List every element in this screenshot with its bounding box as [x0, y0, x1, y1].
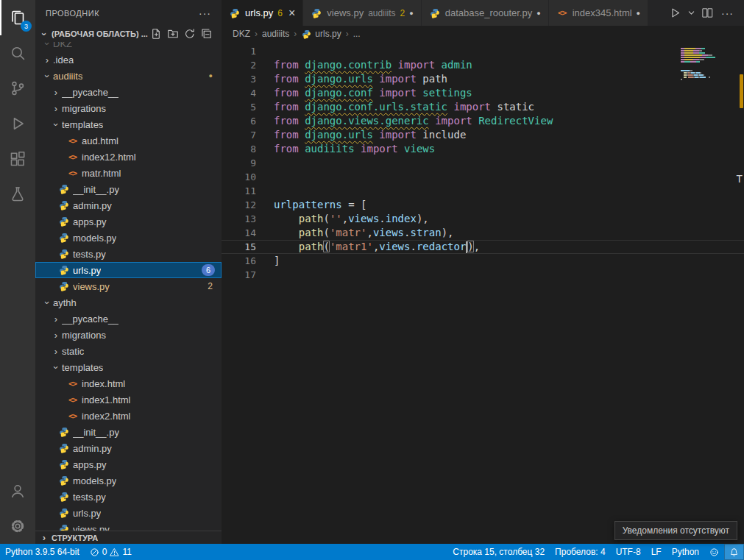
tree-item--pycache-[interactable]: ›__pycache__: [35, 311, 222, 327]
tree-item-index2-html[interactable]: <>index2.html: [35, 408, 222, 424]
minimap-segment: [681, 79, 682, 80]
problems-status[interactable]: 0 11: [85, 544, 137, 560]
tree-item-views-py[interactable]: views.py: [35, 521, 222, 531]
tree-item-label: __init__.py: [73, 427, 119, 438]
breadcrumb-item-more[interactable]: ...: [353, 29, 361, 39]
tree-item-index-html[interactable]: <>index.html: [35, 375, 222, 391]
tree-item-urls-py[interactable]: urls.py6: [35, 262, 222, 278]
code-token: '': [330, 213, 342, 224]
tree-item-admin-py[interactable]: admin.py: [35, 197, 222, 213]
tree-item-models-py[interactable]: models.py: [35, 230, 222, 246]
code-line-text: from django.conf.urls.static import stat…: [256, 100, 534, 114]
activity-item-search[interactable]: [0, 35, 35, 71]
minimap-segment: [701, 48, 705, 49]
notifications-bell-button[interactable]: [724, 544, 744, 560]
breadcrumb-item-audiiits[interactable]: audiiits: [262, 29, 289, 39]
split-editor-button[interactable]: [700, 5, 715, 21]
chevron-right-icon: ›: [50, 313, 62, 325]
tree-item-aud-html[interactable]: <>aud.html: [35, 132, 222, 149]
close-icon[interactable]: ×: [288, 7, 295, 19]
warning-icon: [110, 547, 119, 557]
tree-item-templates[interactable]: ›templates: [35, 359, 222, 375]
activity-item-explorer[interactable]: 3: [0, 0, 35, 35]
refresh-icon[interactable]: [184, 28, 196, 40]
line-number: 9: [222, 156, 256, 170]
encoding-status[interactable]: UTF-8: [611, 544, 646, 560]
workspace-section-header[interactable]: › (РАБОЧАЯ ОБЛАСТЬ) ...: [35, 26, 222, 42]
new-folder-icon[interactable]: [167, 28, 179, 40]
language-mode-status[interactable]: Python: [667, 544, 704, 560]
cursor-position-status[interactable]: Строка 15, столбец 32: [447, 544, 550, 560]
activity-item-run-debug[interactable]: [0, 106, 35, 141]
overview-ruler-warning-marks: [740, 74, 743, 108]
tree-item-apps-py[interactable]: apps.py: [35, 456, 222, 472]
code-line-text: path('matr',views.stran),: [256, 226, 454, 240]
tab-urls-py[interactable]: urls.py 6 ×: [222, 0, 303, 26]
tree-item-models-py[interactable]: models.py: [35, 472, 222, 489]
tree-item--init-py[interactable]: __init__.py: [35, 181, 222, 197]
tree-item-urls-py[interactable]: urls.py: [35, 505, 222, 521]
modified-dot-icon[interactable]: ●: [536, 10, 540, 17]
activity-item-extensions[interactable]: [0, 141, 35, 177]
tab-views-py[interactable]: views.py audiiits 2 ●: [303, 0, 421, 26]
tab-index345-html[interactable]: <> index345.html ●: [549, 0, 648, 26]
run-python-file-button[interactable]: [667, 5, 683, 21]
new-file-icon[interactable]: [150, 28, 162, 40]
modified-dot-icon[interactable]: ●: [637, 10, 640, 17]
tree-item-label: views.py: [73, 281, 110, 292]
code-editor[interactable]: 12from django.contrib import admin3from …: [222, 42, 744, 544]
breadcrumb-item-urls-py[interactable]: urls.py: [315, 29, 341, 39]
feedback-button[interactable]: [704, 544, 724, 560]
minimap-segment: [684, 59, 693, 60]
activity-item-settings[interactable]: [0, 508, 35, 544]
tree-item-migrations[interactable]: ›migrations: [35, 327, 222, 343]
tree-item-views-py[interactable]: views.py2: [35, 278, 222, 294]
collapse-all-icon[interactable]: [201, 28, 213, 40]
code-line-12: 12urlpatterns = [: [222, 198, 744, 212]
tree-item-label: matr.html: [82, 168, 121, 179]
tab-database-roouter-py[interactable]: database_roouter.py ●: [422, 0, 549, 26]
eol-status[interactable]: LF: [646, 544, 667, 560]
tree-item-index1-html[interactable]: <>index1.html: [35, 391, 222, 408]
tree-item-migrations[interactable]: ›migrations: [35, 100, 222, 116]
activity-item-source-control[interactable]: [0, 71, 35, 106]
warning-count: 11: [122, 547, 131, 557]
code-token: from: [274, 87, 305, 99]
tree-item--init-py[interactable]: __init__.py: [35, 424, 222, 440]
tree-item-static[interactable]: ›static: [35, 343, 222, 359]
indentation-status[interactable]: Пробелов: 4: [550, 544, 611, 560]
tree-item-matr-html[interactable]: <>matr.html: [35, 165, 222, 181]
code-token: path: [299, 227, 324, 238]
tree-item-tests-py[interactable]: tests.py: [35, 489, 222, 505]
minimap-line: [681, 57, 734, 58]
tree-item-index12-html[interactable]: <>index12.html: [35, 149, 222, 165]
python-interpreter-status[interactable]: Python 3.9.5 64-bit: [0, 544, 85, 560]
outline-section-header[interactable]: › СТРУКТУРА: [35, 531, 222, 544]
code-line-2: 2from django.contrib import admin: [222, 58, 744, 72]
tree-item-tests-py[interactable]: tests.py: [35, 246, 222, 262]
sidebar-more-actions-icon[interactable]: ···: [199, 7, 211, 19]
tree-item-aythh[interactable]: ›aythh: [35, 294, 222, 311]
tree-item-label: models.py: [73, 233, 116, 244]
overview-ruler-artifact: T: [737, 173, 743, 185]
activity-item-testing[interactable]: [0, 177, 35, 212]
breadcrumb-item-dkz[interactable]: DKZ: [233, 29, 250, 39]
minimap[interactable]: [681, 46, 734, 83]
code-token: ),: [442, 227, 454, 238]
chevron-right-icon: ›: [294, 29, 297, 39]
run-dropdown-chevron-icon[interactable]: [686, 7, 697, 18]
html-file-icon: <>: [65, 395, 79, 405]
tree-item--pycache-[interactable]: ›__pycache__: [35, 84, 222, 100]
activity-item-accounts[interactable]: [0, 473, 35, 508]
tree-item-templates[interactable]: ›templates: [35, 116, 222, 132]
tree-item-DKZ[interactable]: ›DKZ: [35, 42, 222, 52]
tree-item-label: tests.py: [73, 249, 106, 260]
more-actions-button[interactable]: ···: [718, 7, 737, 19]
tree-item--idea[interactable]: ›.idea: [35, 52, 222, 68]
minimap-segment: [693, 52, 699, 54]
tree-item-audiiits[interactable]: ›audiiits●: [35, 68, 222, 84]
modified-dot-icon[interactable]: ●: [409, 10, 413, 17]
tree-item-admin-py[interactable]: admin.py: [35, 440, 222, 456]
line-number: 2: [222, 58, 256, 72]
tree-item-apps-py[interactable]: apps.py: [35, 213, 222, 230]
